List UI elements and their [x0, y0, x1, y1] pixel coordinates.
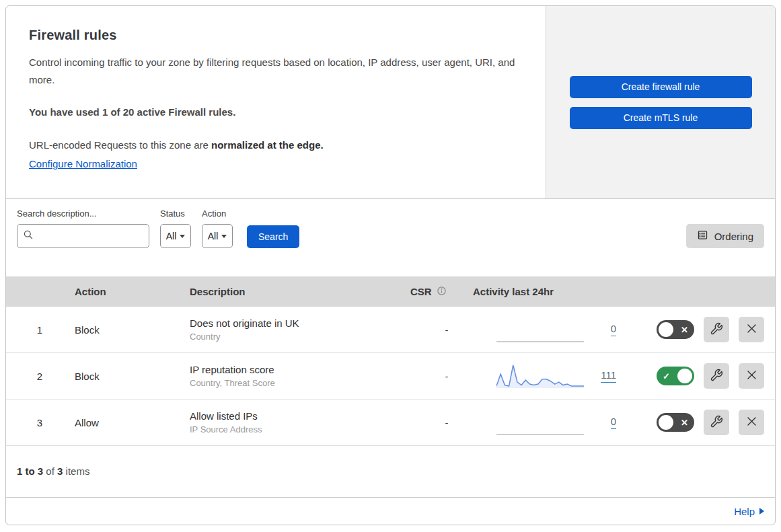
rule-title: IP reputation score: [190, 364, 400, 375]
help-bar: Help: [6, 497, 775, 525]
normalization-bold-text: normalized at the edge.: [211, 139, 324, 151]
rule-title: Does not originate in UK: [190, 317, 400, 329]
activity-sparkline: [496, 362, 584, 390]
normalization-text: URL-encoded Requests to this zone are: [29, 139, 211, 151]
action-label: Action: [202, 208, 233, 219]
close-icon: [745, 322, 758, 337]
rule-controls: ✓ ✕: [631, 363, 775, 389]
rule-controls: ✓ ✕: [631, 410, 775, 435]
table-row: 3 Allow Allow listed IPs IP Source Addre…: [6, 400, 775, 446]
action-value: All: [208, 231, 219, 241]
rule-action: Block: [73, 324, 190, 336]
rule-csr-value: -: [400, 371, 473, 382]
close-icon: [745, 415, 758, 430]
toggle-knob: [659, 322, 673, 337]
activity-count-link[interactable]: 0: [611, 416, 616, 429]
usage-summary: You have used 1 of 20 active Firewall ru…: [29, 104, 519, 121]
list-ordering-icon: [697, 229, 708, 243]
rule-activity-cell: 0: [473, 315, 631, 344]
rule-activity-cell: 111: [473, 362, 631, 390]
rule-activity-cell: 0: [473, 408, 631, 436]
x-icon: ✕: [681, 325, 688, 335]
search-input[interactable]: [38, 231, 143, 241]
activity-column-header: Activity last 24hr: [473, 286, 631, 297]
page-title: Firewall rules: [29, 28, 519, 43]
edit-rule-button[interactable]: [704, 410, 729, 435]
delete-rule-button[interactable]: [739, 410, 764, 435]
activity-sparkline: [496, 408, 584, 436]
toggle-knob: [677, 369, 692, 383]
action-filter-group: Action All: [202, 208, 233, 248]
search-field: [17, 224, 149, 248]
page-description: Control incoming traffic to your zone by…: [29, 54, 519, 89]
chevron-down-icon: [221, 235, 227, 238]
activity-count-link[interactable]: 111: [601, 369, 616, 383]
rule-action: Allow: [73, 417, 190, 428]
status-filter-group: Status All: [160, 208, 191, 248]
total-text: 3: [57, 465, 63, 477]
arrow-right-icon: [759, 508, 764, 515]
table-header: Action Description CSR Activity last 24h…: [6, 276, 775, 307]
action-column-header: Action: [73, 286, 190, 297]
toggle-knob: [659, 415, 673, 430]
rule-controls: ✓ ✕: [631, 317, 775, 342]
search-icon: [23, 229, 34, 243]
wrench-icon: [710, 415, 723, 430]
x-icon: ✕: [681, 418, 688, 428]
pagination-summary: 1 to 3 of 3 items: [6, 446, 775, 496]
header-section: Firewall rules Control incoming traffic …: [6, 6, 775, 199]
rule-description: Allow listed IPs IP Source Address: [190, 410, 400, 434]
help-link-label: Help: [734, 506, 755, 517]
filter-bar: Search description... Status All Action …: [6, 199, 775, 276]
check-icon: ✓: [663, 371, 670, 381]
rule-priority: 3: [6, 417, 73, 428]
chevron-down-icon: [180, 235, 185, 238]
rule-description: Does not originate in UK Country: [190, 317, 400, 342]
edit-rule-button[interactable]: [704, 363, 729, 389]
firewall-rules-card: Firewall rules Control incoming traffic …: [5, 5, 776, 525]
edit-rule-button[interactable]: [704, 317, 729, 342]
search-group: Search description...: [17, 208, 149, 248]
items-text: items: [63, 465, 89, 477]
rule-priority: 1: [6, 324, 73, 336]
ordering-button-label: Ordering: [714, 231, 753, 242]
description-column-header: Description: [190, 286, 400, 297]
table-row: 1 Block Does not originate in UK Country…: [6, 307, 775, 353]
of-text: of: [43, 465, 57, 477]
rule-enable-toggle[interactable]: ✓ ✕: [657, 413, 694, 432]
create-firewall-rule-button[interactable]: Create firewall rule: [570, 76, 752, 98]
rule-csr-value: -: [400, 324, 473, 336]
ordering-button[interactable]: Ordering: [686, 224, 764, 248]
delete-rule-button[interactable]: [739, 317, 764, 342]
rule-title: Allow listed IPs: [190, 410, 400, 422]
info-icon[interactable]: [437, 286, 447, 298]
rule-fields: Country, Threat Score: [190, 378, 400, 388]
rule-enable-toggle[interactable]: ✓ ✕: [657, 367, 694, 385]
normalization-note: URL-encoded Requests to this zone are no…: [29, 137, 519, 154]
activity-sparkline: [496, 315, 584, 344]
configure-normalization-link[interactable]: Configure Normalization: [29, 158, 137, 169]
rule-description: IP reputation score Country, Threat Scor…: [190, 364, 400, 388]
action-select[interactable]: All: [202, 224, 233, 248]
rule-fields: Country: [190, 332, 400, 342]
rule-enable-toggle[interactable]: ✓ ✕: [657, 320, 694, 339]
status-value: All: [166, 231, 177, 241]
delete-rule-button[interactable]: [739, 363, 764, 389]
table-row: 2 Block IP reputation score Country, Thr…: [6, 353, 775, 400]
actions-panel: Create firewall rule Create mTLS rule: [546, 6, 775, 198]
rule-priority: 2: [6, 371, 73, 382]
search-label: Search description...: [17, 208, 149, 219]
rule-action: Block: [73, 371, 190, 382]
activity-count-link[interactable]: 0: [611, 323, 616, 336]
search-button[interactable]: Search: [247, 225, 299, 248]
wrench-icon: [710, 322, 723, 338]
intro-text-block: Firewall rules Control incoming traffic …: [6, 6, 546, 198]
help-link[interactable]: Help: [734, 506, 764, 517]
close-icon: [745, 369, 758, 383]
range-text: 1 to 3: [17, 465, 43, 477]
wrench-icon: [710, 369, 723, 384]
csr-column-header: CSR: [400, 286, 473, 298]
create-mtls-rule-button[interactable]: Create mTLS rule: [570, 107, 752, 129]
status-select[interactable]: All: [160, 224, 191, 248]
rule-fields: IP Source Address: [190, 424, 400, 434]
